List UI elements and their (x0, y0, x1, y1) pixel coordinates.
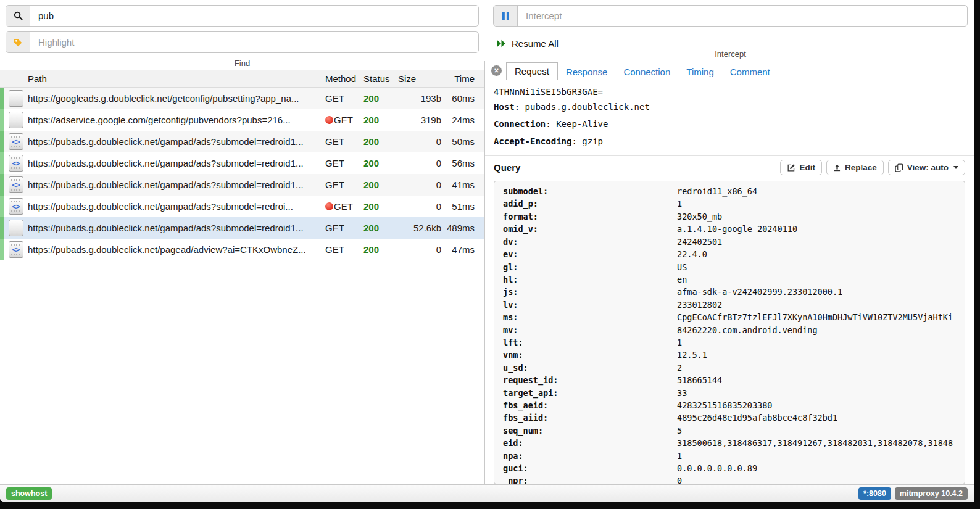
resume-all-button[interactable]: Resume All (493, 31, 576, 49)
flow-method-label: GET (325, 136, 344, 147)
tab-timing[interactable]: Timing (678, 64, 721, 80)
view-mode-label: View: auto (907, 163, 949, 172)
flow-time: 50ms (441, 136, 475, 147)
intercept-input-group (493, 5, 968, 27)
flow-icon-cell (4, 112, 28, 128)
header-overflow-line: 4THNnNi1iSEI5bGR3GAE= (494, 83, 965, 98)
flow-status: 200 (363, 93, 398, 104)
column-header-time[interactable]: Time (441, 73, 475, 84)
flow-status: 200 (363, 244, 398, 255)
query-param-value: 320x50_mb (677, 210, 956, 223)
column-header-status[interactable]: Status (363, 73, 398, 84)
flow-detail: ✕ RequestResponseConnectionTimingComment… (484, 61, 974, 484)
query-param-key: eid: (503, 437, 677, 449)
query-param-key: adid_p: (503, 197, 677, 210)
query-param-key: lft: (503, 336, 677, 349)
tab-connection[interactable]: Connection (615, 64, 678, 80)
flow-row[interactable]: <>https://pubads.g.doubleclick.net/gampa… (0, 174, 484, 196)
query-param-key: js: (503, 286, 677, 298)
highlight-input[interactable] (30, 32, 478, 52)
flow-size: 0 (398, 136, 441, 147)
column-header-size[interactable]: Size (398, 73, 441, 84)
html-document-icon: <> (9, 155, 23, 172)
html-document-icon: <> (9, 241, 23, 258)
column-header-method[interactable]: Method (325, 73, 363, 84)
mitmweb-window: Find Path Method Status Size Time https:… (0, 0, 974, 502)
flow-status: 200 (363, 115, 398, 125)
query-param-row: submodel:redroid11_x86_64 (503, 185, 956, 197)
header-name: Accept-Encoding (494, 136, 571, 146)
tab-request[interactable]: Request (506, 62, 558, 80)
pause-icon (494, 6, 518, 26)
query-param-value: 4895c26d48e1d95afab8bce4c8f32bd1 (677, 412, 956, 424)
flow-size: 52.6kb (398, 223, 441, 233)
highlight-tag-icon (6, 32, 30, 52)
flow-icon-cell: <> (4, 198, 28, 215)
flow-row[interactable]: <>https://pubads.g.doubleclick.net/gampa… (0, 196, 484, 217)
flow-row[interactable]: https://googleads.g.doubleclick.net/getc… (0, 88, 484, 109)
header-line: Host: pubads.g.doubleclick.net (494, 98, 965, 115)
flow-time: 60ms (441, 93, 475, 104)
query-param-row: guci:0.0.0.0.0.0.0.89 (503, 462, 956, 474)
query-param-value: 4283251516835203380 (677, 399, 956, 412)
flow-method: GET (325, 93, 363, 104)
query-param-key: npa: (503, 450, 677, 462)
query-param-row: fbs_aeid:4283251516835203380 (503, 399, 956, 412)
query-param-key: lv: (503, 299, 677, 311)
replace-button-label: Replace (845, 163, 877, 172)
search-input[interactable] (30, 6, 478, 26)
flow-path: https://adservice.google.com/getconfig/p… (28, 115, 325, 125)
search-icon (6, 6, 30, 26)
column-header-path[interactable]: Path (0, 73, 325, 84)
query-param-row: seq_num:5 (503, 424, 956, 437)
flow-icon-cell: <> (4, 133, 28, 150)
tab-comment[interactable]: Comment (722, 64, 778, 80)
flow-row[interactable]: https://pubads.g.doubleclick.net/gampad/… (0, 217, 484, 239)
flow-row[interactable]: https://adservice.google.com/getconfig/p… (0, 109, 484, 131)
query-param-row: format:320x50_mb (503, 210, 956, 223)
flow-path: https://pubads.g.doubleclick.net/gampad/… (28, 180, 325, 190)
flow-status: 200 (363, 136, 398, 147)
request-headers: Host: pubads.g.doubleclick.netConnection… (494, 98, 965, 150)
replace-button[interactable]: Replace (826, 160, 884, 175)
tab-response[interactable]: Response (558, 64, 616, 80)
query-param-row: eid:318500618,318486317,318491267,318482… (503, 437, 956, 449)
query-param-key: target_api: (503, 387, 677, 399)
flow-row[interactable]: <>https://pubads.g.doubleclick.net/pagea… (0, 239, 484, 260)
query-param-value: 12.5.1 (677, 349, 956, 361)
flow-icon-cell: <> (4, 241, 28, 258)
intercept-input[interactable] (518, 6, 967, 26)
flow-method: GET (325, 223, 363, 233)
header-line: Connection: Keep-Alive (494, 115, 965, 133)
query-param-row: mv:84262220.com.android.vending (503, 324, 956, 336)
flow-row[interactable]: <>https://pubads.g.doubleclick.net/gampa… (0, 152, 484, 174)
flow-size: 0 (398, 180, 441, 190)
query-param-value: afma-sdk-a-v242402999.233012000.1 (677, 286, 956, 298)
query-param-value: US (677, 261, 956, 273)
main-area: Find Path Method Status Size Time https:… (0, 0, 974, 484)
query-param-row: ms:CpgECoACfrBTz7tzlEFJl7XKynA10HmDHJwTi… (503, 311, 956, 323)
query-param-key: guci: (503, 462, 677, 474)
flow-method: GET (325, 158, 363, 168)
flow-size: 0 (398, 201, 441, 212)
flow-row[interactable]: <>https://pubads.g.doubleclick.net/gampa… (0, 131, 484, 152)
flow-time: 489ms (441, 223, 475, 233)
header-value: : Keep-Alive (546, 119, 608, 129)
flow-status: 200 (363, 158, 398, 168)
detail-tabs: RequestResponseConnectionTimingComment (506, 62, 778, 80)
flow-list-panel: Find Path Method Status Size Time https:… (0, 0, 484, 484)
status-badge: showhost (6, 487, 52, 500)
close-detail-icon[interactable]: ✕ (491, 65, 502, 76)
query-param-value: 22.4.0 (677, 248, 956, 260)
detail-panel: Resume All Intercept ✕ RequestResponseCo… (484, 0, 974, 484)
flow-method: GET (325, 115, 363, 125)
query-param-row: dv:242402501 (503, 236, 956, 248)
query-section-title: Query (494, 162, 776, 173)
view-mode-button[interactable]: View: auto (888, 160, 965, 175)
flow-method: GET (325, 136, 363, 147)
html-document-icon: <> (9, 133, 23, 150)
flow-path: https://pubads.g.doubleclick.net/pagead/… (28, 244, 325, 255)
pages-icon (895, 163, 903, 172)
edit-button[interactable]: Edit (780, 160, 822, 175)
header-value: : gzip (571, 136, 603, 146)
